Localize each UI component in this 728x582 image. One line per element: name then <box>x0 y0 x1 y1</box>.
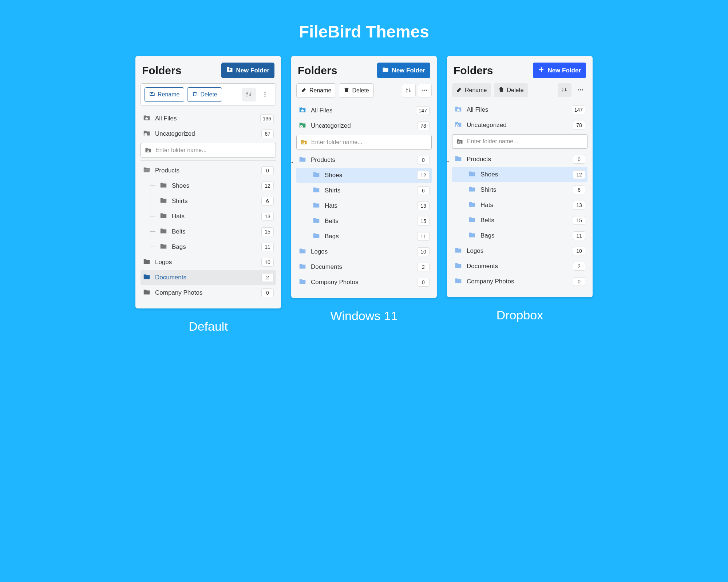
folder-icon: ! <box>298 121 311 131</box>
delete-label: Delete <box>507 87 523 93</box>
folder-row[interactable]: Bags 11 <box>452 228 587 243</box>
search-placeholder: Enter folder name... <box>311 139 363 146</box>
folder-count: 10 <box>417 247 430 256</box>
more-button[interactable] <box>258 88 272 101</box>
folder-search-input[interactable]: Enter folder name... <box>296 135 432 150</box>
folder-label: Shirts <box>172 198 261 205</box>
folder-row[interactable]: Bags 11 <box>296 229 432 244</box>
panel-dropbox: Folders New Folder Rename Delete <box>447 56 593 297</box>
folder-search-input[interactable]: Enter folder name... <box>141 143 276 158</box>
folder-row[interactable]: All Files 136 <box>141 111 276 126</box>
folder-row[interactable]: Products 0 <box>141 163 276 178</box>
new-folder-button[interactable]: New Folder <box>221 63 274 78</box>
folder-tree: All Files 136 ! Uncategorized 67 Enter f… <box>141 111 276 300</box>
folder-count: 10 <box>261 258 274 267</box>
folder-label: Hats <box>325 202 417 210</box>
rename-button[interactable]: Rename <box>145 87 184 102</box>
folder-icon <box>143 273 155 282</box>
folder-row[interactable]: ! Uncategorized 78 <box>296 118 432 133</box>
folder-row[interactable]: Belts 15 <box>452 213 587 228</box>
delete-button[interactable]: Delete <box>494 83 528 97</box>
folder-row[interactable]: Products 0 <box>452 152 587 167</box>
folder-row[interactable]: Belts 15 <box>296 214 432 229</box>
folder-count: 2 <box>261 273 274 282</box>
search-placeholder: Enter folder name... <box>155 147 207 154</box>
folder-plus-icon <box>226 66 233 75</box>
folder-row[interactable]: Shoes 12 <box>452 167 587 182</box>
folder-row[interactable]: Hats 13 <box>296 198 432 214</box>
folder-row[interactable]: Hats 13 <box>141 209 276 224</box>
sort-button[interactable]: AZ <box>242 88 256 101</box>
folder-row[interactable]: Shoes 12 <box>296 168 432 183</box>
folder-row[interactable]: Belts 15 <box>141 224 276 239</box>
theme-label: Default <box>189 319 228 334</box>
folder-icon <box>143 258 155 267</box>
folder-icon <box>143 114 155 123</box>
folder-row[interactable]: Documents 2 <box>452 259 587 274</box>
more-button[interactable] <box>418 84 432 97</box>
svg-point-3 <box>265 93 266 95</box>
folder-row[interactable]: Logos 10 <box>141 255 276 270</box>
sort-button[interactable]: AZ <box>558 83 571 97</box>
folder-row[interactable]: Logos 10 <box>452 243 587 259</box>
new-folder-button[interactable]: New Folder <box>533 63 586 78</box>
folder-row[interactable]: All Files 147 <box>296 103 432 118</box>
rename-button[interactable]: Rename <box>452 83 491 97</box>
folder-row[interactable]: Company Photos 0 <box>296 275 432 290</box>
svg-text:Z: Z <box>562 90 563 92</box>
folder-row[interactable]: Hats 13 <box>452 198 587 213</box>
folder-label: Uncategorized <box>155 130 261 137</box>
folder-row[interactable]: Products 0 <box>296 152 432 168</box>
folder-count: 12 <box>573 170 585 179</box>
folders-heading: Folders <box>298 64 337 77</box>
folder-row[interactable]: All Files 147 <box>452 102 587 117</box>
search-placeholder: Enter folder name... <box>467 138 518 145</box>
folder-icon <box>312 216 325 226</box>
folder-label: Hats <box>480 202 573 209</box>
folder-icon: ! <box>143 129 155 139</box>
folder-row[interactable]: Shirts 6 <box>296 183 432 198</box>
folder-row[interactable]: Documents 2 <box>141 270 276 285</box>
folder-row[interactable]: Logos 10 <box>296 244 432 259</box>
folder-icon <box>159 181 172 191</box>
folder-label: Logos <box>467 247 573 255</box>
folder-icon <box>143 166 155 175</box>
delete-button[interactable]: Delete <box>339 83 373 98</box>
new-folder-button[interactable]: New Folder <box>377 63 430 78</box>
delete-button[interactable]: Delete <box>187 87 222 102</box>
folder-icon <box>143 288 155 298</box>
folder-count: 78 <box>417 121 430 130</box>
rename-button[interactable]: Rename <box>296 83 336 98</box>
folder-icon <box>468 170 480 179</box>
folder-row[interactable]: Company Photos 0 <box>452 274 587 289</box>
folder-count: 11 <box>417 232 430 241</box>
folder-icon <box>468 216 480 225</box>
folder-label: Logos <box>155 259 261 266</box>
folder-count: 0 <box>573 277 585 286</box>
folder-row[interactable]: Shirts 6 <box>452 182 587 198</box>
pencil-icon <box>456 87 462 94</box>
folder-label: Belts <box>480 217 573 224</box>
folder-count: 6 <box>417 186 430 195</box>
folder-row[interactable]: ! Uncategorized 67 <box>141 126 276 141</box>
more-button[interactable] <box>574 83 587 97</box>
delete-label: Delete <box>352 87 369 94</box>
folder-count: 10 <box>573 247 585 255</box>
panel-default: Folders New Folder Rename Delete <box>135 56 281 308</box>
folder-icon <box>454 155 467 164</box>
folder-row[interactable]: Company Photos 0 <box>141 285 276 300</box>
folder-row[interactable]: Shirts 6 <box>141 194 276 209</box>
folder-count: 6 <box>573 186 585 194</box>
folder-count: 147 <box>416 106 430 115</box>
folder-row[interactable]: Documents 2 <box>296 259 432 275</box>
folder-icon <box>298 278 311 287</box>
sort-button[interactable]: AZ <box>402 84 416 97</box>
folder-search-input[interactable]: Enter folder name... <box>452 134 587 149</box>
folder-row[interactable]: ! Uncategorized 78 <box>452 117 587 133</box>
plus-icon <box>538 66 545 75</box>
folder-row[interactable]: Bags 11 <box>141 239 276 255</box>
folder-label: Company Photos <box>311 279 417 286</box>
folder-tree: All Files 147 ! Uncategorized 78 Enter f… <box>452 102 587 289</box>
folder-row[interactable]: Shoes 12 <box>141 178 276 194</box>
svg-point-10 <box>422 89 423 91</box>
